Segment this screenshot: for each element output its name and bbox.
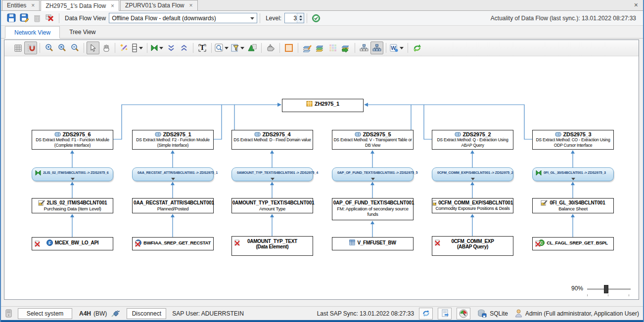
text-mode-button[interactable]: T	[196, 41, 209, 54]
refresh-button[interactable]	[411, 41, 423, 54]
column-layout-button[interactable]	[131, 41, 144, 54]
actuality-text: Actuality of Data Flow (last sync.): 13.…	[491, 15, 639, 22]
grid-button[interactable]	[11, 41, 24, 54]
node-zh2975-1[interactable]: ZH2975_1	[282, 99, 364, 112]
collapse-caret-icon[interactable]	[171, 178, 175, 180]
cone-icon	[248, 43, 257, 52]
sap-datasource-icon	[541, 200, 548, 206]
select-pointer-button[interactable]	[87, 41, 99, 54]
zoom-fit-button[interactable]	[55, 41, 68, 54]
transformation-zds2975-5[interactable]: 0AP_OF_FUND_TEXT/S4BCLNT001 -> ZDS2975_5	[332, 167, 414, 181]
node-0aa-recstat-attr[interactable]: 0AA_RECSTAT_ATTR/S4BCLNT001 Planned/Post…	[132, 198, 214, 213]
delete-button[interactable]	[31, 12, 44, 25]
double-chevron-up-icon	[180, 44, 188, 52]
collapse-caret-icon[interactable]	[371, 178, 375, 180]
save-button[interactable]	[5, 12, 18, 25]
edit-layers-button[interactable]	[301, 41, 314, 54]
diagram-canvas[interactable]: ZH2975_1 ZDS2975_6 DS Extract Method: F1…	[4, 56, 639, 299]
level-stepper[interactable]: 3	[284, 13, 304, 23]
filter-button[interactable]	[230, 41, 246, 54]
node-0ap-of-fund-text-src[interactable]: 0AP_OF_FUND_TEXT/S4BCLNT001 FM: Applicat…	[332, 198, 414, 220]
auto-layout-button[interactable]	[118, 41, 131, 54]
node-2lis-02-itm[interactable]: 2LIS_02_ITM/S4BCLNT001 Purchasing Data (…	[32, 198, 113, 213]
node-0fi-gl-30-src[interactable]: 0FI_GL_30/S4BCLNT001 Balance Sheet	[532, 198, 614, 213]
tab-close-icon[interactable]: ×	[31, 2, 35, 9]
cone-highlight-button[interactable]	[246, 41, 259, 54]
expand-all-button[interactable]	[165, 41, 178, 54]
remove-data-flow-icon	[46, 13, 55, 23]
column-layout-icon	[131, 43, 138, 52]
sync-icon	[422, 309, 430, 318]
collapse-caret-icon[interactable]	[71, 178, 75, 180]
pan-button[interactable]	[99, 41, 112, 54]
node-zds2975-2[interactable]: ZDS2975_2 DS Extract Method: Q - Extract…	[432, 130, 513, 150]
node-0amount-typ-text[interactable]: 0AMOUNT_TYP_TEXT (Data Element)	[231, 236, 313, 256]
toolbar-separator	[40, 43, 40, 53]
toolbar-separator	[355, 43, 355, 53]
node-v-fmfuset-bw[interactable]: V_FMFUSET_BW	[332, 237, 414, 250]
transformation-button[interactable]	[150, 41, 165, 54]
node-bwfiaa-srep-get-recstat[interactable]: FBWFIAA_SREP_GET_RECSTAT	[132, 237, 214, 250]
sap-sync-button[interactable]	[419, 308, 433, 320]
transformation-zds2975-4[interactable]: 0AMOUNT_TYP_TEXT/S4BCLNT001 -> ZDS2975_4	[231, 167, 313, 181]
tab-zh2975-1-data-flow[interactable]: ZH2975_1's Data Flow ×	[41, 0, 119, 11]
tab-network-view[interactable]: Network View	[5, 26, 60, 39]
performance-button[interactable]	[457, 308, 470, 320]
transformation-zds2975-1[interactable]: 0AA_RECSTAT_ATTR/S4BCLNT001 -> ZDS2975_1	[132, 167, 214, 181]
collapse-all-button[interactable]	[178, 41, 190, 54]
collapse-caret-icon[interactable]	[571, 178, 575, 180]
tab-zpurv01-data-flow[interactable]: ZPURV01's Data Flow ×	[120, 0, 197, 10]
node-zds2975-3[interactable]: ZDS2975_3 DS Extract Method: CO - Extrac…	[532, 130, 614, 150]
color-grid-button[interactable]	[326, 41, 339, 54]
sync-status-button[interactable]	[310, 12, 322, 25]
disconnect-button[interactable]: Disconnect	[127, 308, 166, 319]
node-mcex-bw-lo-api[interactable]: FMCEX_BW_LO_API	[32, 237, 113, 250]
hierarchic-layout-button[interactable]	[370, 41, 383, 54]
transformation-bowtie-icon	[536, 170, 542, 175]
select-system-button[interactable]: Select system	[18, 308, 72, 319]
stepper-up-icon[interactable]	[299, 15, 302, 17]
transformation-zds2975-2[interactable]: 0CFM_COMM_EXP/S4BCLNT001 -> ZDS2975_2	[432, 167, 513, 181]
transformation-zds2975-6[interactable]: 2LIS_02_ITM/S4BCLNT001 -> ZDS2975_6	[32, 167, 113, 181]
toolbar-separator	[386, 43, 386, 53]
snap-button[interactable]	[24, 41, 37, 54]
zoom-region-button[interactable]	[214, 41, 230, 54]
node-cl-fagl-srep-get-bspl[interactable]: CCL_FAGL_SREP_GET_BSPL	[532, 237, 614, 250]
layers-button[interactable]	[314, 41, 326, 54]
node-0cfm-comm-exp[interactable]: 0CFM_COMM_EXP (ABAP Query)	[432, 236, 513, 256]
sap-user-label: SAP User: ADUERRSTEIN	[172, 310, 243, 317]
export-layers-button[interactable]	[339, 41, 352, 54]
zoom-slider-track[interactable]	[587, 288, 631, 290]
data-flow-view-dropdown[interactable]: Offline Data Flow - default (downwards)	[109, 13, 257, 23]
settings-button[interactable]	[264, 41, 277, 54]
word-export-button[interactable]: W	[389, 41, 405, 54]
frame-button[interactable]	[282, 41, 295, 54]
node-0cfm-comm-exp-src[interactable]: 0CFM_COMM_EXP/S4BCLNT001 Commodity Expos…	[432, 198, 513, 213]
collapse-caret-icon[interactable]	[271, 178, 275, 180]
tree-layout-button[interactable]	[358, 41, 370, 54]
save-as-button[interactable]	[18, 12, 31, 25]
node-0amount-typ-text-src[interactable]: 0AMOUNT_TYP_TEXT/S4BCLNT001 Amount Type	[231, 198, 313, 213]
tab-close-icon[interactable]: ×	[111, 2, 114, 9]
window-close-icon[interactable]: ×	[634, 1, 638, 8]
node-zds2975-6[interactable]: ZDS2975_6 DS Extract Method: F1 - Functi…	[32, 130, 113, 150]
export-layers-icon	[341, 44, 351, 52]
remove-data-flow-button[interactable]	[44, 12, 56, 25]
main-toolbar: Data Flow View Offline Data Flow - defau…	[1, 11, 643, 26]
tab-entities[interactable]: Entities ×	[2, 0, 40, 10]
stepper-arrows[interactable]	[297, 13, 304, 23]
toolbar-separator	[115, 43, 115, 53]
node-zds2975-4[interactable]: ZDS2975_4 DS Extract Method: D - Fixed D…	[231, 130, 313, 150]
tab-label: ZPURV01's Data Flow	[125, 2, 184, 9]
transformation-zds2975-3[interactable]: 0FI_GL_30/S4BCLNT001 -> ZDS2975_3	[532, 167, 614, 181]
node-zds2975-1[interactable]: ZDS2975_1 DS Extract Method: F2 - Functi…	[132, 130, 214, 150]
tab-close-icon[interactable]: ×	[189, 2, 193, 9]
zoom-in-button[interactable]	[43, 41, 55, 54]
zoom-out-button[interactable]	[68, 41, 81, 54]
stepper-down-icon[interactable]	[299, 19, 302, 21]
report-button[interactable]	[438, 308, 452, 320]
node-zds2975-5[interactable]: ZDS2975_5 DS Extract Method: V - Transpa…	[332, 130, 414, 150]
collapse-caret-icon[interactable]	[471, 178, 475, 180]
tab-tree-view[interactable]: Tree View	[60, 26, 105, 38]
zoom-slider-thumb[interactable]	[604, 285, 608, 293]
